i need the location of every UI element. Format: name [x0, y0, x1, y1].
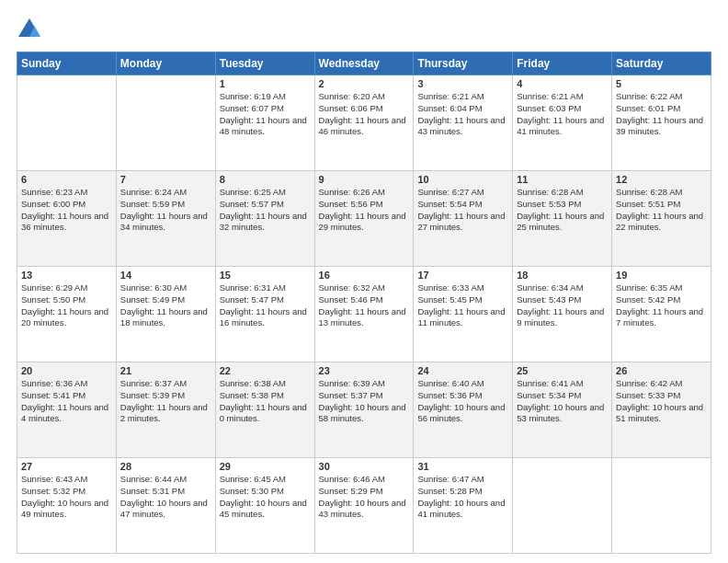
day-info: Sunset: 5:39 PM [120, 390, 211, 402]
calendar-cell: 25Sunrise: 6:41 AMSunset: 5:34 PMDayligh… [513, 362, 612, 458]
day-number: 13 [21, 270, 112, 281]
day-info: Sunrise: 6:27 AM [417, 187, 508, 199]
day-info: Sunrise: 6:30 AM [120, 282, 211, 294]
weekday-header-saturday: Saturday [612, 52, 711, 75]
day-info: Sunset: 5:28 PM [417, 486, 508, 498]
day-info: Sunrise: 6:32 AM [319, 282, 410, 294]
day-info: Daylight: 11 hours and 4 minutes. [21, 402, 112, 426]
day-info: Sunset: 5:54 PM [417, 199, 508, 211]
weekday-header-monday: Monday [116, 52, 215, 75]
day-number: 29 [220, 461, 311, 472]
day-info: Sunset: 6:03 PM [517, 103, 608, 115]
day-info: Sunrise: 6:43 AM [21, 474, 112, 486]
day-info: Sunrise: 6:36 AM [21, 378, 112, 390]
day-info: Sunset: 5:36 PM [417, 390, 508, 402]
day-info: Sunrise: 6:28 AM [616, 187, 707, 199]
day-info: Sunset: 5:43 PM [517, 294, 608, 306]
day-info: Sunrise: 6:31 AM [220, 282, 311, 294]
day-info: Sunrise: 6:22 AM [616, 91, 707, 103]
day-info: Sunrise: 6:45 AM [220, 474, 311, 486]
day-info: Sunset: 5:47 PM [220, 294, 311, 306]
day-number: 1 [220, 78, 311, 89]
day-info: Daylight: 11 hours and 36 minutes. [21, 211, 112, 235]
day-info: Daylight: 10 hours and 51 minutes. [616, 402, 707, 426]
weekday-header-tuesday: Tuesday [215, 52, 314, 75]
day-info: Sunset: 5:41 PM [21, 390, 112, 402]
day-info: Daylight: 10 hours and 45 minutes. [220, 498, 311, 522]
calendar-cell: 8Sunrise: 6:25 AMSunset: 5:57 PMDaylight… [215, 171, 314, 267]
day-number: 11 [517, 174, 608, 185]
day-info: Sunrise: 6:37 AM [120, 378, 211, 390]
calendar-cell: 27Sunrise: 6:43 AMSunset: 5:32 PMDayligh… [17, 458, 117, 554]
day-info: Daylight: 11 hours and 25 minutes. [517, 211, 608, 235]
day-number: 4 [517, 78, 608, 89]
day-info: Sunset: 5:33 PM [616, 390, 707, 402]
day-number: 7 [120, 174, 211, 185]
day-number: 17 [417, 270, 508, 281]
day-number: 23 [319, 365, 410, 376]
calendar-cell: 3Sunrise: 6:21 AMSunset: 6:04 PMDaylight… [414, 75, 513, 171]
calendar-cell: 15Sunrise: 6:31 AMSunset: 5:47 PMDayligh… [215, 267, 314, 362]
calendar-cell: 5Sunrise: 6:22 AMSunset: 6:01 PMDaylight… [612, 75, 711, 171]
day-info: Daylight: 11 hours and 22 minutes. [616, 211, 707, 235]
day-info: Daylight: 11 hours and 29 minutes. [319, 211, 410, 235]
day-info: Sunset: 5:53 PM [517, 199, 608, 211]
logo-icon [17, 17, 42, 42]
page: SundayMondayTuesdayWednesdayThursdayFrid… [0, 0, 728, 563]
day-number: 2 [319, 78, 410, 89]
day-number: 14 [120, 270, 211, 281]
day-number: 28 [120, 461, 211, 472]
calendar-cell: 1Sunrise: 6:19 AMSunset: 6:07 PMDaylight… [215, 75, 314, 171]
calendar-week-2: 6Sunrise: 6:23 AMSunset: 6:00 PMDaylight… [17, 171, 711, 267]
calendar-cell: 29Sunrise: 6:45 AMSunset: 5:30 PMDayligh… [215, 458, 314, 554]
day-info: Sunrise: 6:29 AM [21, 282, 112, 294]
day-info: Sunrise: 6:19 AM [220, 91, 311, 103]
calendar-week-4: 20Sunrise: 6:36 AMSunset: 5:41 PMDayligh… [17, 362, 711, 458]
day-number: 18 [517, 270, 608, 281]
day-info: Daylight: 11 hours and 34 minutes. [120, 211, 211, 235]
day-info: Sunrise: 6:21 AM [517, 91, 608, 103]
day-info: Daylight: 10 hours and 58 minutes. [319, 402, 410, 426]
day-info: Sunrise: 6:24 AM [120, 187, 211, 199]
day-number: 20 [21, 365, 112, 376]
day-info: Sunrise: 6:28 AM [517, 187, 608, 199]
day-info: Sunrise: 6:33 AM [417, 282, 508, 294]
calendar-cell: 17Sunrise: 6:33 AMSunset: 5:45 PMDayligh… [414, 267, 513, 362]
calendar-cell: 30Sunrise: 6:46 AMSunset: 5:29 PMDayligh… [314, 458, 414, 554]
day-info: Sunset: 5:51 PM [616, 199, 707, 211]
logo [17, 17, 46, 42]
day-info: Sunrise: 6:21 AM [417, 91, 508, 103]
calendar-cell: 2Sunrise: 6:20 AMSunset: 6:06 PMDaylight… [314, 75, 414, 171]
calendar-cell: 31Sunrise: 6:47 AMSunset: 5:28 PMDayligh… [414, 458, 513, 554]
day-info: Sunset: 5:56 PM [319, 199, 410, 211]
day-info: Sunset: 5:45 PM [417, 294, 508, 306]
day-info: Daylight: 11 hours and 11 minutes. [417, 306, 508, 330]
day-info: Daylight: 11 hours and 43 minutes. [417, 115, 508, 139]
day-info: Sunset: 5:29 PM [319, 486, 410, 498]
day-info: Sunrise: 6:35 AM [616, 282, 707, 294]
day-number: 9 [319, 174, 410, 185]
day-number: 5 [616, 78, 707, 89]
calendar-cell: 23Sunrise: 6:39 AMSunset: 5:37 PMDayligh… [314, 362, 414, 458]
day-info: Sunset: 6:06 PM [319, 103, 410, 115]
calendar-cell [513, 458, 612, 554]
calendar-cell: 12Sunrise: 6:28 AMSunset: 5:51 PMDayligh… [612, 171, 711, 267]
calendar-cell: 22Sunrise: 6:38 AMSunset: 5:38 PMDayligh… [215, 362, 314, 458]
day-number: 12 [616, 174, 707, 185]
day-info: Sunrise: 6:25 AM [220, 187, 311, 199]
day-number: 15 [220, 270, 311, 281]
day-number: 6 [21, 174, 112, 185]
day-number: 19 [616, 270, 707, 281]
day-number: 21 [120, 365, 211, 376]
day-info: Sunset: 5:59 PM [120, 199, 211, 211]
calendar-cell: 6Sunrise: 6:23 AMSunset: 6:00 PMDaylight… [17, 171, 117, 267]
day-info: Daylight: 11 hours and 13 minutes. [319, 306, 410, 330]
calendar-cell [116, 75, 215, 171]
day-info: Sunrise: 6:44 AM [120, 474, 211, 486]
day-info: Sunset: 5:46 PM [319, 294, 410, 306]
day-number: 10 [417, 174, 508, 185]
day-info: Daylight: 11 hours and 46 minutes. [319, 115, 410, 139]
calendar-cell: 16Sunrise: 6:32 AMSunset: 5:46 PMDayligh… [314, 267, 414, 362]
calendar-cell: 21Sunrise: 6:37 AMSunset: 5:39 PMDayligh… [116, 362, 215, 458]
day-number: 31 [417, 461, 508, 472]
